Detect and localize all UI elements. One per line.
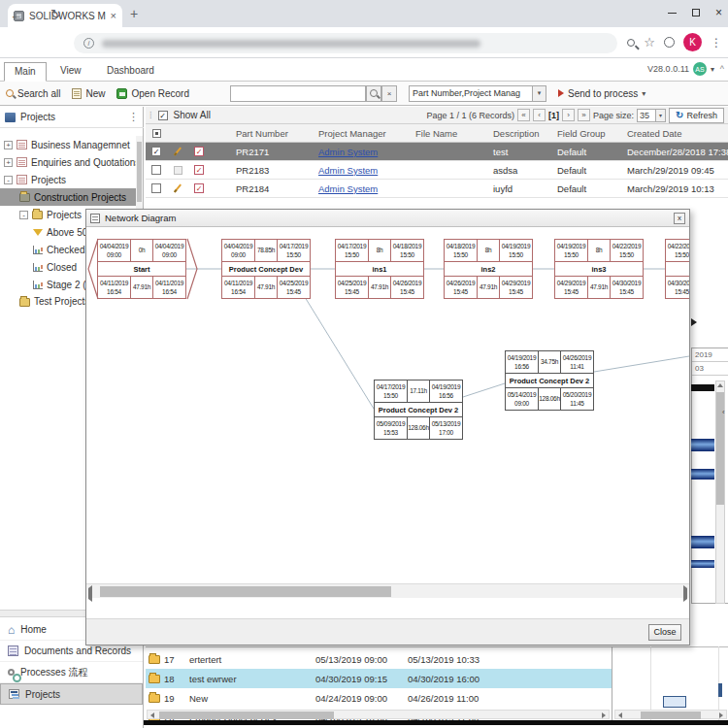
task-hscrollbar-thumb[interactable] <box>159 711 334 719</box>
gantt-hscrollbar[interactable] <box>614 710 727 719</box>
search-input[interactable] <box>230 85 366 102</box>
node-partial[interactable]: 04/22/2019 15:50 04/30/2019 15:45 <box>665 239 689 299</box>
row-checkbox[interactable] <box>151 183 161 193</box>
browser-profile-avatar[interactable]: K <box>683 33 702 51</box>
record-row[interactable]: ✓ ✓ PR2171 Admin System test Default Dec… <box>146 143 728 161</box>
col-description[interactable]: Description <box>490 128 554 139</box>
node-ins2[interactable]: 04/18/2019 15:50 8h 04/19/2019 15:50 ins… <box>444 239 533 299</box>
window-close-icon[interactable]: × <box>715 6 722 19</box>
col-project-manager[interactable]: Project Manager <box>315 128 413 139</box>
module-processes[interactable]: Processes 流程 <box>0 662 143 683</box>
gantt-task-box[interactable] <box>663 696 686 708</box>
node-product-concept-dev[interactable]: 04/04/2019 09:00 78.85h 04/17/2019 15:50… <box>221 239 311 299</box>
url-field[interactable]: i <box>74 33 617 53</box>
user-avatar[interactable]: AS <box>693 62 707 76</box>
tab-view[interactable]: View <box>50 62 91 82</box>
browser-menu-icon[interactable]: ⋮ <box>711 36 722 50</box>
bookmark-star-icon[interactable]: ☆ <box>644 35 655 50</box>
splitter-collapse-icon[interactable]: ‹ <box>722 408 725 416</box>
row-checkbox[interactable] <box>151 165 161 175</box>
tree-item-business-management[interactable]: + Business Managemnet <box>0 136 136 153</box>
projects-gantt-icon <box>9 689 19 699</box>
zoom-icon[interactable] <box>627 39 635 47</box>
dialog-close-icon[interactable]: x <box>674 213 685 224</box>
collapse-icon[interactable]: - <box>19 211 28 219</box>
node-product-concept-dev-2b[interactable]: 04/19/2019 16:56 34.75h 04/26/2019 11:41… <box>505 350 594 411</box>
tree-item-projects[interactable]: - Projects <box>0 171 136 188</box>
send-to-process-button[interactable]: Send to process ▾ <box>558 88 645 99</box>
open-record-button[interactable]: Open Record <box>116 88 188 99</box>
minimize-icon[interactable] <box>668 13 677 14</box>
scroll-up-icon[interactable] <box>716 381 724 389</box>
tree-item-enquiries[interactable]: + Enquiries and Quotations <box>0 153 136 171</box>
next-page-button[interactable]: › <box>562 109 575 121</box>
expand-icon[interactable]: + <box>4 141 13 149</box>
tab-close-icon[interactable]: × <box>111 10 116 21</box>
network-diagram-canvas[interactable]: 04/04/2019 09:00 0h 04/04/2019 09:00 Sta… <box>86 227 689 583</box>
page-info-icon[interactable]: i <box>83 38 94 49</box>
prev-page-button[interactable]: ‹ <box>533 109 546 121</box>
scroll-right-icon[interactable] <box>691 318 697 326</box>
module-projects[interactable]: Projects <box>0 683 143 705</box>
pane-divider[interactable] <box>612 646 612 720</box>
collapse-icon[interactable]: - <box>4 176 13 184</box>
scroll-left-icon[interactable] <box>88 588 92 599</box>
scroll-left-icon[interactable] <box>616 711 624 719</box>
col-field-group[interactable]: Field Group <box>554 128 624 139</box>
task-hscrollbar[interactable] <box>147 710 610 719</box>
records-toolbar: ⁞ ✓ Show All Page 1 / 1 (6 Records) « ‹ … <box>146 107 728 124</box>
scroll-right-icon[interactable] <box>683 588 687 599</box>
diagram-hscrollbar-thumb[interactable] <box>100 586 391 597</box>
scroll-left-icon[interactable] <box>149 711 156 719</box>
tree-item-construction-projects[interactable]: Construction Projects <box>0 188 136 206</box>
expand-icon[interactable]: + <box>4 158 13 167</box>
browser-tab[interactable]: SOLIDWORKS Manage × <box>8 4 122 27</box>
col-file-name[interactable]: File Name <box>413 128 490 139</box>
node-ins1[interactable]: 04/17/2019 15:50 8h 04/18/2019 15:50 ins… <box>335 239 424 299</box>
refresh-button[interactable]: ↻ Refresh <box>669 108 724 123</box>
gantt-hscrollbar-thumb[interactable] <box>641 711 701 719</box>
record-row[interactable]: ✓ PR2183 Admin System asdsa Default Marc… <box>146 161 728 180</box>
node-product-concept-dev-2a[interactable]: 04/17/2019 15:50 17.11h 04/19/2019 16:56… <box>374 380 463 440</box>
project-manager-link[interactable]: Admin System <box>318 165 378 176</box>
task-row[interactable]: 17 ertertert 05/13/2019 09:00 05/13/2019… <box>146 649 612 669</box>
task-row[interactable]: 19 New 04/24/2019 09:00 04/26/2019 11:00 <box>146 688 612 708</box>
page-size-select[interactable]: 35 ▾ <box>637 109 666 122</box>
search-field-selector[interactable]: Part Number,Project Manag ▾ <box>409 85 546 102</box>
close-button[interactable]: Close <box>648 624 681 641</box>
record-row[interactable]: ✓ PR2184 Admin System iuyfd Default Marc… <box>146 180 728 198</box>
new-button[interactable]: New <box>72 88 105 99</box>
task-row-selected[interactable]: 18 test ewrwer 04/30/2019 09:15 04/30/20… <box>146 669 612 688</box>
back-icon[interactable]: ← <box>10 8 22 22</box>
search-go-button[interactable] <box>366 85 381 102</box>
search-all-button[interactable]: Search all <box>6 88 60 99</box>
sidebar-scrollbar-thumb[interactable] <box>137 142 142 202</box>
scroll-right-icon[interactable] <box>717 711 725 719</box>
show-all-checkbox[interactable]: ✓ <box>158 111 168 120</box>
tab-dashboard[interactable]: Dashboard <box>97 62 164 82</box>
reload-icon[interactable]: ↻ <box>50 7 61 21</box>
collapse-toolbar-icon[interactable]: ^ <box>720 64 724 74</box>
node-ins3[interactable]: 04/19/2019 15:50 8h 04/22/2019 15:50 ins… <box>554 239 644 299</box>
select-all-icon[interactable] <box>152 129 161 138</box>
row-checkbox-checked[interactable]: ✓ <box>151 147 161 156</box>
new-tab-button[interactable]: + <box>130 6 138 21</box>
restore-icon[interactable] <box>692 9 700 17</box>
last-page-button[interactable]: » <box>578 109 590 121</box>
diagram-hscrollbar[interactable] <box>86 583 689 598</box>
dialog-titlebar[interactable]: Network Diagram x <box>86 210 689 227</box>
user-dropdown-icon[interactable]: ▾ <box>711 65 714 74</box>
search-clear-button[interactable]: × <box>381 85 397 102</box>
scroll-right-icon[interactable] <box>600 711 608 719</box>
tab-main[interactable]: Main <box>4 62 47 82</box>
first-page-button[interactable]: « <box>517 109 530 121</box>
node-start[interactable]: 04/04/2019 09:00 0h 04/04/2019 09:00 Sta… <box>97 239 186 299</box>
project-manager-link[interactable]: Admin System <box>318 147 378 157</box>
show-all-label: Show All <box>174 110 211 120</box>
col-part-number[interactable]: Part Number <box>233 128 315 139</box>
extension-icon[interactable] <box>664 37 675 48</box>
project-manager-link[interactable]: Admin System <box>318 183 378 194</box>
forward-icon[interactable]: → <box>29 8 42 22</box>
col-created-date[interactable]: Created Date <box>624 128 728 139</box>
sidebar-menu-icon[interactable]: ⋮ <box>128 111 139 123</box>
